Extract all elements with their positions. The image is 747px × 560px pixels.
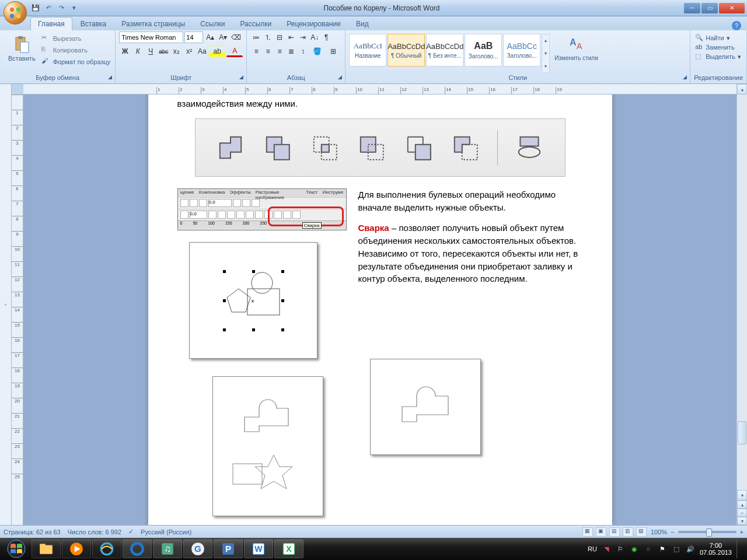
word-count[interactable]: Число слов: 6 992 [68, 528, 121, 536]
align-right-button[interactable]: ≡ [274, 46, 285, 57]
bold-button[interactable]: Ж [119, 46, 131, 57]
italic-button[interactable]: К [132, 46, 144, 57]
print-layout-view[interactable]: ▦ [582, 527, 593, 537]
shading-button[interactable]: 🪣 [309, 46, 325, 57]
style-heading1[interactable]: АаВЗаголово... [465, 34, 502, 66]
start-button[interactable] [2, 538, 30, 560]
grow-font-button[interactable]: A▴ [204, 32, 216, 43]
underline-button[interactable]: Ч [145, 46, 156, 57]
taskbar-mediaplayer[interactable] [62, 540, 91, 558]
scroll-up-button[interactable]: ▴ [737, 84, 747, 94]
style-title[interactable]: AaBbCcIНазвание [349, 34, 386, 66]
zoom-in-button[interactable]: + [740, 528, 743, 536]
select-button[interactable]: ⬚Выделить ▾ [695, 52, 742, 61]
tray-icon6[interactable]: ⬚ [672, 544, 681, 554]
paste-button[interactable]: Вставить [4, 32, 40, 73]
taskbar-explorer[interactable] [32, 540, 61, 558]
styles-dialog-launcher[interactable]: ◢ [680, 74, 689, 82]
browse-next-button[interactable]: ▾ [737, 517, 747, 525]
tray-icon5[interactable]: ⚑ [658, 544, 667, 554]
tray-icon3[interactable]: ◉ [630, 544, 639, 554]
language-status[interactable]: Русский (Россия) [141, 528, 191, 536]
tray-icon4[interactable]: ○ [644, 544, 653, 554]
taskbar-ie-pinned[interactable] [92, 540, 121, 558]
taskbar-ie[interactable] [123, 540, 152, 558]
help-button[interactable]: ? [732, 21, 741, 30]
proofing-icon[interactable]: ✓ [128, 528, 134, 536]
document-area[interactable]: взаимодействия между ними. [23, 94, 736, 525]
sort-button[interactable]: A↓ [309, 32, 320, 43]
replace-button[interactable]: abЗаменить [695, 43, 742, 51]
maximize-button[interactable]: ▭ [701, 3, 718, 13]
taskbar-app3[interactable]: P [214, 540, 243, 558]
zoom-level[interactable]: 100% [651, 528, 667, 536]
redo-icon[interactable]: ↷ [56, 3, 67, 13]
strike-button[interactable]: abc [158, 46, 169, 57]
browse-prev-button[interactable]: ▴ [737, 501, 747, 509]
superscript-button[interactable]: x² [183, 46, 195, 57]
zoom-slider[interactable] [678, 531, 736, 533]
subscript-button[interactable]: x₂ [170, 46, 182, 57]
page-status[interactable]: Страница: 62 из 63 [4, 528, 61, 536]
vertical-scrollbar[interactable]: ▴ ▾ ▴ ○ ▾ [736, 84, 747, 525]
bullets-button[interactable]: ≔ [250, 32, 262, 43]
qat-more-icon[interactable]: ▾ [69, 3, 79, 13]
styles-scroll[interactable]: ▴▾▾ [542, 34, 550, 73]
shrink-font-button[interactable]: A▾ [217, 32, 229, 43]
show-marks-button[interactable]: ¶ [320, 32, 332, 43]
copy-button[interactable]: ⎘Копировать [41, 46, 111, 55]
taskbar-app1[interactable]: ♫ [153, 540, 182, 558]
para-dialog-launcher[interactable]: ◢ [336, 74, 344, 82]
clipboard-dialog-launcher[interactable]: ◢ [106, 74, 114, 82]
taskbar-word[interactable]: W [244, 540, 273, 558]
style-heading2[interactable]: AaBbCcЗаголово... [503, 34, 540, 66]
undo-icon[interactable]: ↶ [43, 3, 54, 13]
vertical-ruler[interactable]: 1234567891011121314151617181920212223242… [12, 94, 23, 525]
web-view[interactable]: ▤ [609, 527, 620, 537]
tab-insert[interactable]: Вставка [74, 18, 114, 30]
tray-icon1[interactable]: ◥ [602, 544, 611, 554]
decrease-indent-button[interactable]: ⇤ [285, 32, 297, 43]
highlight-button[interactable]: ab [209, 46, 225, 57]
format-painter-button[interactable]: 🖌Формат по образцу [41, 57, 111, 66]
minimize-button[interactable]: ─ [684, 3, 700, 13]
office-button[interactable] [4, 1, 27, 24]
taskbar-excel[interactable]: X [274, 540, 303, 558]
taskbar-app2[interactable]: G [183, 540, 212, 558]
increase-indent-button[interactable]: ⇥ [297, 32, 309, 43]
multilevel-button[interactable]: ⊟ [274, 32, 285, 43]
borders-button[interactable]: ⊞ [325, 46, 341, 57]
change-styles-button[interactable]: AA Изменить стили [550, 32, 602, 73]
outline-view[interactable]: ▥ [623, 527, 633, 537]
align-center-button[interactable]: ≡ [262, 46, 274, 57]
font-size-input[interactable] [184, 32, 203, 43]
style-normal[interactable]: AaBbCcDd¶ Обычный [388, 34, 425, 66]
font-name-input[interactable] [119, 32, 183, 43]
horizontal-ruler[interactable]: 12345678910111213141516171819 [23, 84, 736, 94]
tray-icon2[interactable]: ⚐ [616, 544, 625, 554]
draft-view[interactable]: ▧ [636, 527, 647, 537]
vruler-toggle[interactable]: ▫ [0, 84, 12, 525]
numbering-button[interactable]: ⒈ [262, 32, 274, 43]
scroll-down-button[interactable]: ▾ [737, 490, 747, 501]
close-button[interactable]: ✕ [719, 3, 745, 13]
show-desktop-button[interactable] [736, 540, 741, 558]
find-button[interactable]: 🔍Найти ▾ [695, 34, 742, 42]
font-dialog-launcher[interactable]: ◢ [237, 74, 245, 82]
tab-home[interactable]: Главная [30, 17, 72, 30]
tab-mailings[interactable]: Рассылки [233, 18, 278, 30]
change-case-button[interactable]: Aa [196, 46, 208, 57]
clear-format-button[interactable]: ⌫ [230, 32, 242, 43]
cut-button[interactable]: ✂Вырезать [41, 34, 111, 43]
style-nospacing[interactable]: AaBbCcDd¶ Без инте... [426, 34, 463, 66]
tab-pagelayout[interactable]: Разметка страницы [114, 18, 192, 30]
zoom-out-button[interactable]: − [671, 528, 674, 536]
fullscreen-view[interactable]: ▣ [596, 527, 606, 537]
font-color-button[interactable]: A [226, 46, 243, 57]
line-spacing-button[interactable]: ↕ [297, 46, 309, 57]
tray-clock[interactable]: 7:00 07.05.2013 [700, 542, 732, 556]
tab-view[interactable]: Вид [349, 18, 376, 30]
tray-lang[interactable]: RU [588, 544, 597, 554]
browse-object-button[interactable]: ○ [737, 509, 747, 517]
save-icon[interactable]: 💾 [30, 3, 41, 13]
